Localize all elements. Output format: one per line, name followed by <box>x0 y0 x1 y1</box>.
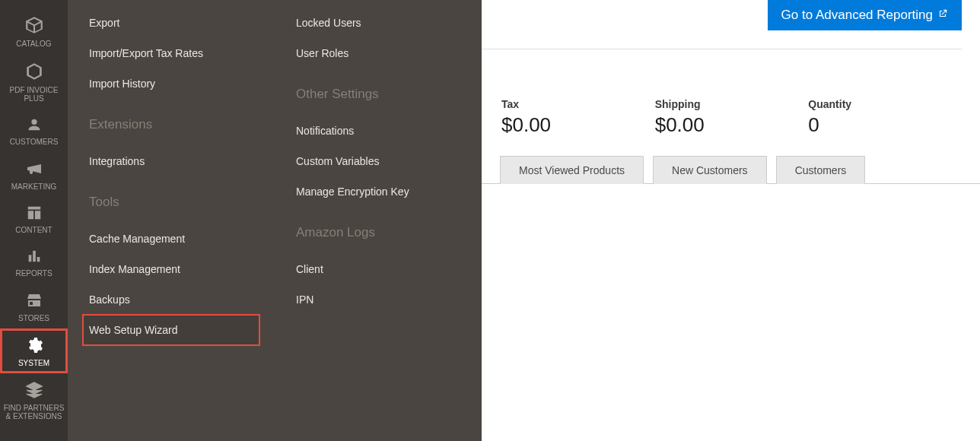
nav-label: MARKETING <box>11 182 56 191</box>
nav-label: REPORTS <box>15 269 52 278</box>
system-flyout: Export Import/Export Tax Rates Import Hi… <box>68 0 482 441</box>
stat-value: $0.00 <box>501 113 655 137</box>
tab-most-viewed[interactable]: Most Viewed Products <box>500 156 644 184</box>
menu-amazon-ipn[interactable]: IPN <box>296 284 460 315</box>
section-extensions: Extensions <box>89 117 253 132</box>
nav-find-partners[interactable]: FIND PARTNERS & EXTENSIONS <box>0 373 68 427</box>
section-tools: Tools <box>89 195 253 210</box>
stat-label: Tax <box>501 98 655 110</box>
button-label: Go to Advanced Reporting <box>781 8 933 23</box>
menu-notifications[interactable]: Notifications <box>296 116 460 146</box>
layout-icon <box>2 205 66 223</box>
stat-quantity: Quantity 0 <box>808 98 962 137</box>
bars-icon <box>2 248 66 266</box>
stat-shipping: Shipping $0.00 <box>655 98 809 137</box>
nav-label: SYSTEM <box>18 359 49 367</box>
admin-sidebar: CATALOG PDF INVOICE PLUS CUSTOMERS MARKE… <box>0 0 68 441</box>
gear-icon <box>2 336 66 356</box>
menu-encryption-key[interactable]: Manage Encryption Key <box>296 176 460 207</box>
partners-icon <box>2 381 66 401</box>
nav-label: CATALOG <box>16 40 51 48</box>
external-link-icon <box>937 8 948 23</box>
tab-new-customers[interactable]: New Customers <box>653 156 767 184</box>
menu-locked-users[interactable]: Locked Users <box>296 8 460 38</box>
nav-label: CONTENT <box>15 226 52 234</box>
nav-label: PDF INVOICE PLUS <box>10 86 59 103</box>
hexagon-icon <box>2 62 66 83</box>
person-icon <box>2 116 66 135</box>
nav-content[interactable]: CONTENT <box>0 197 68 240</box>
tab-customers[interactable]: Customers <box>776 156 866 184</box>
nav-label: FIND PARTNERS & EXTENSIONS <box>4 404 65 420</box>
stat-tax: Tax $0.00 <box>501 98 655 137</box>
nav-customers[interactable]: CUSTOMERS <box>0 109 68 152</box>
menu-web-setup-wizard[interactable]: Web Setup Wizard <box>83 315 259 345</box>
menu-cache[interactable]: Cache Management <box>89 224 253 254</box>
cube-icon <box>2 15 66 36</box>
menu-backups[interactable]: Backups <box>89 284 253 315</box>
menu-amazon-client[interactable]: Client <box>296 254 460 284</box>
nav-system[interactable]: SYSTEM <box>0 328 68 373</box>
nav-label: STORES <box>18 314 49 322</box>
stat-label: Quantity <box>808 98 962 110</box>
menu-custom-variables[interactable]: Custom Variables <box>296 146 460 176</box>
menu-import-history[interactable]: Import History <box>89 68 253 99</box>
menu-export[interactable]: Export <box>89 8 253 38</box>
flyout-col-2: Locked Users User Roles Other Settings N… <box>275 0 482 441</box>
stat-value: $0.00 <box>655 113 809 137</box>
nav-marketing[interactable]: MARKETING <box>0 152 68 197</box>
section-other-settings: Other Settings <box>296 87 460 102</box>
flyout-col-1: Export Import/Export Tax Rates Import Hi… <box>68 0 275 441</box>
menu-user-roles[interactable]: User Roles <box>296 38 460 68</box>
menu-index[interactable]: Index Management <box>89 254 253 284</box>
nav-label: CUSTOMERS <box>10 138 59 146</box>
stat-label: Shipping <box>655 98 809 110</box>
advanced-reporting-button[interactable]: Go to Advanced Reporting <box>768 0 962 30</box>
menu-tax-rates[interactable]: Import/Export Tax Rates <box>89 38 253 68</box>
nav-catalog[interactable]: CATALOG <box>0 8 68 54</box>
section-amazon-logs: Amazon Logs <box>296 225 460 240</box>
stat-value: 0 <box>808 113 962 137</box>
store-icon <box>2 291 66 311</box>
nav-reports[interactable]: REPORTS <box>0 240 68 284</box>
nav-pdf-invoice[interactable]: PDF INVOICE PLUS <box>0 54 68 109</box>
megaphone-icon <box>2 160 66 179</box>
nav-stores[interactable]: STORES <box>0 284 68 328</box>
menu-integrations[interactable]: Integrations <box>89 146 253 176</box>
